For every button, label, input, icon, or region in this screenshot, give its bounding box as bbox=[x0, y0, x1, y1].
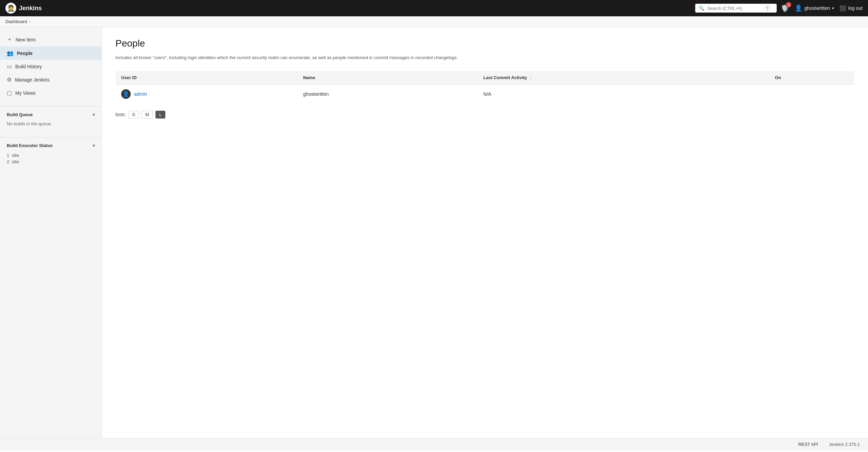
footer-version: Jenkins 2.375.1 bbox=[829, 442, 860, 447]
user-dropdown-icon: ▾ bbox=[832, 6, 834, 11]
jenkins-title: Jenkins bbox=[19, 5, 42, 12]
layout: ＋ New Item 👥 People ▭ Build History ⚙ Ma… bbox=[0, 27, 868, 438]
executor-1-number: 1 bbox=[7, 153, 9, 158]
executor-1: 1 Idle bbox=[7, 152, 95, 159]
sidebar-item-people[interactable]: 👥 People bbox=[0, 47, 101, 60]
table-row: 👤 admin ghostwritten N/A bbox=[116, 84, 854, 104]
col-name: Name bbox=[298, 71, 478, 84]
breadcrumb-separator: › bbox=[29, 19, 31, 24]
security-badge[interactable]: 🛡️ 1 bbox=[781, 4, 789, 12]
search-help-icon[interactable]: ? bbox=[764, 5, 770, 11]
col-on: On bbox=[770, 71, 854, 84]
gear-icon: ⚙ bbox=[7, 76, 12, 83]
main-content: People Includes all known "users", inclu… bbox=[102, 27, 868, 438]
my-views-label: My Views bbox=[15, 90, 36, 96]
logout-label: log out bbox=[848, 5, 863, 11]
views-icon: ▢ bbox=[7, 90, 12, 96]
build-executor-toggle: ▾ bbox=[93, 143, 95, 148]
people-label: People bbox=[17, 51, 33, 56]
manage-jenkins-label: Manage Jenkins bbox=[15, 77, 50, 83]
icon-size-m[interactable]: M bbox=[142, 111, 153, 119]
user-avatar: 👤 bbox=[121, 89, 131, 99]
build-history-label: Build History bbox=[15, 64, 42, 69]
footer: REST API Jenkins 2.375.1 bbox=[0, 438, 868, 450]
build-queue-label: Build Queue bbox=[7, 112, 33, 117]
sidebar-item-manage-jenkins[interactable]: ⚙ Manage Jenkins bbox=[0, 73, 101, 86]
people-table-body: 👤 admin ghostwritten N/A bbox=[116, 84, 854, 104]
icon-size-s[interactable]: S bbox=[128, 111, 139, 119]
header: 🤵 Jenkins 🔍 ? 🛡️ 1 👤 ghostwritten ▾ ⬛ lo… bbox=[0, 0, 868, 16]
user-icon: 👤 bbox=[795, 4, 802, 12]
table-header-row: User ID Name Last Commit Activity ↑ On bbox=[116, 71, 854, 84]
history-icon: ▭ bbox=[7, 63, 12, 70]
people-table: User ID Name Last Commit Activity ↑ On bbox=[115, 71, 854, 104]
breadcrumb-dashboard[interactable]: Dashboard bbox=[5, 19, 27, 24]
rest-api-link[interactable]: REST API bbox=[798, 442, 818, 447]
build-queue-section: Build Queue ▾ No builds in the queue. bbox=[0, 106, 101, 130]
plus-icon: ＋ bbox=[7, 36, 12, 43]
build-queue-content: No builds in the queue. bbox=[0, 120, 101, 130]
sidebar-item-new-item[interactable]: ＋ New Item bbox=[0, 33, 101, 47]
icon-size-selector: Icon: S M L bbox=[115, 111, 854, 119]
executor-1-status: Idle bbox=[12, 153, 19, 158]
executor-2-status: Idle bbox=[12, 159, 19, 164]
build-executor-section: Build Executor Status ▾ 1 Idle 2 Idle bbox=[0, 137, 101, 169]
logout-icon: ⬛ bbox=[839, 5, 846, 12]
logo-link[interactable]: 🤵 Jenkins bbox=[5, 3, 42, 14]
col-last-commit[interactable]: Last Commit Activity ↑ bbox=[478, 71, 770, 84]
page-title: People bbox=[115, 38, 854, 49]
search-area: 🔍 ? bbox=[695, 4, 777, 13]
page-description: Includes all known "users", including lo… bbox=[115, 54, 854, 61]
build-executor-header[interactable]: Build Executor Status ▾ bbox=[0, 140, 101, 151]
build-executor-label: Build Executor Status bbox=[7, 143, 53, 148]
col-user-id: User ID bbox=[116, 71, 298, 84]
user-area[interactable]: 👤 ghostwritten ▾ bbox=[795, 4, 834, 12]
user-id-link[interactable]: admin bbox=[134, 91, 147, 97]
header-actions: 🛡️ 1 👤 ghostwritten ▾ ⬛ log out bbox=[781, 4, 863, 12]
security-count: 1 bbox=[786, 2, 791, 7]
user-id-cell: 👤 admin bbox=[116, 84, 298, 104]
sidebar-item-build-history[interactable]: ▭ Build History bbox=[0, 60, 101, 73]
search-input[interactable] bbox=[707, 6, 761, 11]
last-commit-cell: N/A bbox=[478, 84, 770, 104]
search-icon: 🔍 bbox=[699, 5, 704, 11]
sort-icon: ↑ bbox=[530, 76, 532, 80]
build-queue-header[interactable]: Build Queue ▾ bbox=[0, 109, 101, 120]
icon-size-l[interactable]: L bbox=[155, 111, 165, 119]
people-icon: 👥 bbox=[7, 50, 14, 56]
jenkins-logo: 🤵 bbox=[5, 3, 16, 14]
icon-label: Icon: bbox=[115, 112, 126, 117]
user-name-cell: ghostwritten bbox=[298, 84, 478, 104]
new-item-label: New Item bbox=[16, 37, 36, 42]
sidebar: ＋ New Item 👥 People ▭ Build History ⚙ Ma… bbox=[0, 27, 102, 438]
logout-button[interactable]: ⬛ log out bbox=[839, 5, 863, 12]
executor-2: 2 Idle bbox=[7, 159, 95, 165]
executor-2-number: 2 bbox=[7, 159, 9, 164]
build-queue-toggle: ▾ bbox=[93, 112, 95, 117]
breadcrumb: Dashboard › bbox=[0, 16, 868, 27]
user-name: ghostwritten bbox=[804, 5, 830, 11]
build-queue-empty: No builds in the queue. bbox=[7, 121, 52, 126]
on-cell bbox=[770, 84, 854, 104]
build-executor-content: 1 Idle 2 Idle bbox=[0, 151, 101, 169]
sidebar-item-my-views[interactable]: ▢ My Views bbox=[0, 86, 101, 100]
